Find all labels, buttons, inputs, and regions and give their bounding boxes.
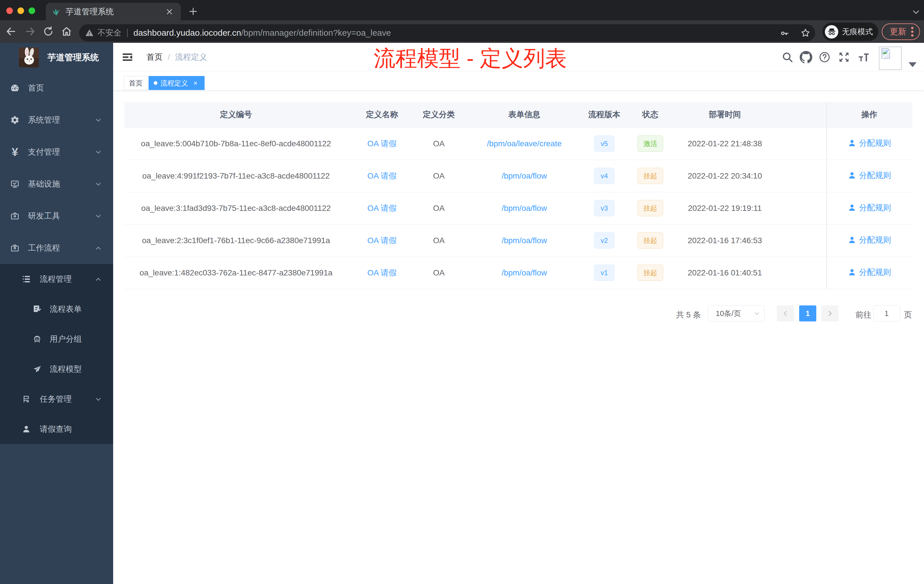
people-icon bbox=[33, 335, 42, 344]
table-row[interactable]: oa_leave:4:991f2193-7b7f-11ec-a3c8-acde4… bbox=[124, 160, 912, 192]
cell-name-link[interactable]: OA 请假 bbox=[368, 236, 397, 245]
version-badge: v2 bbox=[594, 232, 615, 249]
col-header-version: 流程版本 bbox=[587, 102, 621, 127]
cell-name-link[interactable]: OA 请假 bbox=[368, 172, 397, 180]
cell-name-link[interactable]: OA 请假 bbox=[368, 268, 397, 277]
fullscreen-icon[interactable] bbox=[838, 51, 850, 63]
pagination-page-1[interactable]: 1 bbox=[799, 305, 816, 322]
pagination-next-button[interactable] bbox=[822, 305, 838, 322]
macos-minimize-button[interactable] bbox=[17, 7, 24, 14]
cell-id: oa_leave:2:3c1f0ef1-76b1-11ec-9c66-a2380… bbox=[124, 224, 348, 257]
bookmark-star-icon[interactable] bbox=[799, 26, 812, 39]
monitor-icon bbox=[10, 180, 20, 188]
update-label: 更新 bbox=[890, 26, 906, 38]
table-row[interactable]: oa_leave:3:1fad3d93-7b75-11ec-a3c8-acde4… bbox=[124, 192, 912, 224]
breadcrumb-home[interactable]: 首页 bbox=[147, 52, 163, 63]
chevron-down-icon bbox=[94, 212, 102, 220]
yen-icon: ¥ bbox=[10, 147, 20, 157]
sidebar-item-payment[interactable]: ¥ 支付管理 bbox=[0, 136, 113, 168]
cell-id: oa_leave:1:482ec033-762a-11ec-8477-a2380… bbox=[124, 257, 348, 289]
search-icon[interactable] bbox=[781, 51, 794, 63]
address-bar[interactable]: 不安全 dashboard.yudao.iocoder.cn/bpm/manag… bbox=[79, 24, 815, 41]
table-row[interactable]: oa_leave:2:3c1f0ef1-76b1-11ec-9c66-a2380… bbox=[124, 224, 912, 257]
url-divider bbox=[127, 28, 128, 37]
send-icon bbox=[33, 365, 42, 374]
pagination-goto-input[interactable]: 1 bbox=[873, 305, 900, 322]
sidebar-item-process-form[interactable]: 流程表单 bbox=[0, 294, 113, 324]
home-icon[interactable] bbox=[60, 25, 73, 38]
back-icon[interactable] bbox=[5, 25, 17, 38]
avatar-caret-down-icon[interactable] bbox=[909, 62, 917, 67]
cell-deployed: 2022-01-22 21:48:38 bbox=[679, 127, 771, 160]
reload-icon[interactable] bbox=[42, 25, 54, 38]
help-icon[interactable] bbox=[818, 51, 831, 63]
cell-form-link[interactable]: /bpm/oa/flow bbox=[502, 268, 547, 277]
macos-close-button[interactable] bbox=[6, 7, 13, 14]
sidebar-item-home[interactable]: 首页 bbox=[0, 72, 113, 104]
forward-icon[interactable] bbox=[24, 25, 36, 38]
new-tab-button[interactable] bbox=[186, 5, 200, 18]
cell-category: OA bbox=[416, 257, 462, 289]
sidebar-item-label: 流程表单 bbox=[50, 304, 82, 315]
sidebar-item-user-group[interactable]: 用户分组 bbox=[0, 324, 113, 354]
sidebar-logo[interactable]: 芋道管理系统 bbox=[0, 43, 113, 72]
browser-update-button[interactable]: 更新 bbox=[882, 23, 920, 40]
assign-rule-link[interactable]: 分配规则 bbox=[848, 170, 891, 181]
table-row[interactable]: oa_leave:1:482ec033-762a-11ec-8477-a2380… bbox=[124, 257, 912, 289]
incognito-badge[interactable]: 无痕模式 bbox=[822, 23, 878, 41]
browser-toolbar: 不安全 dashboard.yudao.iocoder.cn/bpm/manag… bbox=[0, 20, 924, 43]
sidebar-item-label: 流程模型 bbox=[50, 364, 82, 374]
sidebar-item-system[interactable]: 系统管理 bbox=[0, 104, 113, 136]
browser-tab[interactable]: 芋道管理系统 bbox=[46, 3, 181, 20]
user-icon bbox=[848, 236, 856, 244]
assign-rule-link[interactable]: 分配规则 bbox=[848, 234, 891, 246]
sidebar-item-workflow[interactable]: 工作流程 bbox=[0, 232, 113, 264]
cell-name-link[interactable]: OA 请假 bbox=[368, 139, 397, 148]
cell-form-link[interactable]: /bpm/oa/flow bbox=[502, 172, 547, 180]
pagination-goto-label: 前往 bbox=[855, 309, 871, 320]
tag-home[interactable]: 首页 bbox=[124, 76, 148, 90]
sidebar-item-infra[interactable]: 基础设施 bbox=[0, 168, 113, 200]
sidebar-collapse-icon[interactable] bbox=[121, 51, 134, 63]
tag-process-definition[interactable]: 流程定义 × bbox=[148, 76, 205, 90]
assign-rule-link[interactable]: 分配规则 bbox=[848, 267, 891, 278]
sidebar-item-leave-query[interactable]: 请假查询 bbox=[0, 414, 113, 444]
sidebar-item-devtools[interactable]: 研发工具 bbox=[0, 200, 113, 232]
sidebar-item-task-management[interactable]: 任务管理 bbox=[0, 384, 113, 414]
user-avatar[interactable] bbox=[879, 46, 902, 70]
page-size-value: 10条/页 bbox=[716, 308, 753, 318]
col-header-status: 状态 bbox=[621, 102, 679, 127]
tab-search-chevron-icon[interactable] bbox=[910, 6, 922, 18]
definition-table: 定义编号 定义名称 定义分类 表单信息 流程版本 状态 部署时间 操作 oa_l… bbox=[124, 102, 912, 289]
cell-category: OA bbox=[416, 224, 462, 257]
sidebar-item-label: 研发工具 bbox=[28, 211, 60, 221]
user-icon bbox=[848, 139, 856, 147]
cell-name-link[interactable]: OA 请假 bbox=[368, 204, 397, 213]
table-row[interactable]: oa_leave:5:004b710b-7b8a-11ec-8ef0-acde4… bbox=[124, 127, 912, 160]
page-size-select[interactable]: 10条/页 bbox=[708, 305, 765, 322]
col-header-deployed: 部署时间 bbox=[679, 102, 771, 127]
sidebar-item-process-model[interactable]: 流程模型 bbox=[0, 354, 113, 384]
status-badge: 挂起 bbox=[637, 232, 663, 249]
pagination-prev-button[interactable] bbox=[777, 305, 794, 322]
cell-deployed: 2022-01-22 19:19:11 bbox=[679, 192, 771, 224]
cell-form-link[interactable]: /bpm/oa/leave/create bbox=[487, 139, 562, 148]
browser-menu-dots-icon[interactable] bbox=[911, 26, 914, 38]
chevron-down-icon bbox=[94, 148, 102, 156]
not-secure-label[interactable]: 不安全 bbox=[97, 27, 121, 38]
sidebar-item-process-management[interactable]: 流程管理 bbox=[0, 264, 113, 294]
assign-rule-link[interactable]: 分配规则 bbox=[848, 202, 891, 213]
text-size-icon[interactable] bbox=[857, 51, 870, 63]
tab-close-icon[interactable] bbox=[164, 7, 175, 17]
cell-form-link[interactable]: /bpm/oa/flow bbox=[502, 204, 547, 213]
github-icon[interactable] bbox=[800, 51, 812, 63]
user-icon bbox=[848, 203, 856, 212]
assign-rule-link[interactable]: 分配规则 bbox=[848, 138, 891, 148]
url-domain: dashboard.yudao.iocoder.cn bbox=[134, 28, 241, 38]
macos-zoom-button[interactable] bbox=[28, 7, 35, 14]
cell-form-link[interactable]: /bpm/oa/flow bbox=[502, 236, 547, 245]
tag-close-icon[interactable]: × bbox=[191, 79, 200, 87]
password-key-icon[interactable] bbox=[778, 26, 790, 39]
broken-image-icon bbox=[880, 48, 892, 59]
dashboard-icon bbox=[10, 83, 20, 92]
